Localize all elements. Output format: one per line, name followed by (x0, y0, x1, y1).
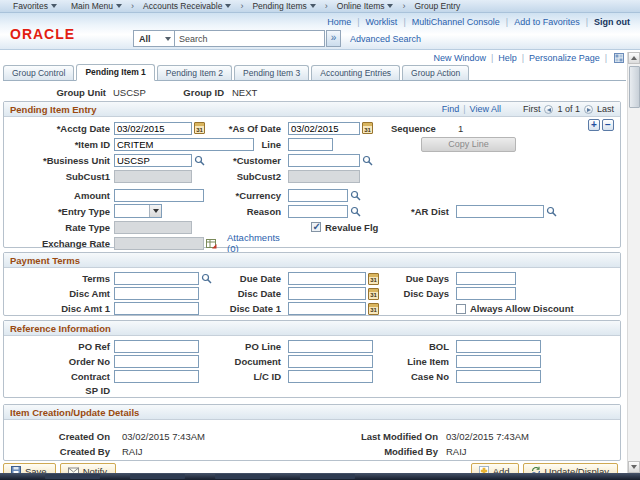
exchange-rate-detail-icon[interactable] (206, 238, 217, 249)
view-all-link[interactable]: View All (470, 104, 501, 114)
calendar-icon[interactable] (368, 288, 379, 300)
add-to-favorites-link[interactable]: Add to Favorites (514, 17, 580, 27)
attachments-link[interactable]: Attachments (0) (227, 232, 285, 254)
entry-type-select[interactable] (114, 204, 162, 218)
disc-amt-label: Disc Amt (4, 288, 114, 299)
lc-id-input[interactable] (288, 370, 373, 383)
pending-item-entry-header: Pending Item Entry Find | View All First… (4, 102, 620, 117)
tab-group-control[interactable]: Group Control (3, 65, 74, 80)
lookup-magnifier-icon[interactable] (546, 206, 557, 217)
disc-date-label: Disc Date (238, 288, 285, 299)
search-input[interactable] (175, 30, 325, 47)
disc-date1-input[interactable] (288, 302, 366, 315)
tab-pending-item-1[interactable]: Pending Item 1 (76, 64, 154, 81)
line-item-input[interactable] (456, 355, 541, 368)
delete-row-button[interactable]: − (602, 119, 614, 131)
copy-line-button[interactable]: Copy Line (421, 137, 516, 152)
calendar-icon[interactable] (368, 303, 379, 315)
breadcrumb-pending-items[interactable]: Pending Items (245, 1, 322, 11)
contract-input[interactable] (114, 370, 199, 383)
tab-pending-item-3[interactable]: Pending Item 3 (234, 65, 309, 80)
new-window-link[interactable]: New Window (433, 53, 486, 63)
order-no-label: Order No (4, 356, 114, 367)
disc-amt1-input[interactable] (114, 302, 199, 315)
case-no-label: Case No (411, 371, 453, 382)
revalue-flag-checkbox[interactable] (311, 222, 321, 232)
amount-input[interactable] (114, 189, 204, 202)
scroll-down-icon[interactable] (628, 461, 640, 473)
calendar-icon[interactable] (194, 122, 205, 134)
document-input[interactable] (288, 355, 373, 368)
tab-accounting-entries[interactable]: Accounting Entries (311, 65, 400, 80)
sign-out-link[interactable]: Sign out (594, 17, 630, 27)
advanced-search-link[interactable]: Advanced Search (350, 34, 421, 44)
group-id-value: NEXT (228, 87, 257, 98)
reason-input[interactable] (288, 205, 348, 218)
as-of-date-input[interactable] (288, 122, 360, 135)
worklist-link[interactable]: Worklist (366, 17, 398, 27)
line-input[interactable] (288, 138, 333, 151)
po-line-input[interactable] (288, 340, 373, 353)
terms-input[interactable] (114, 272, 199, 285)
previous-row-icon[interactable] (544, 105, 553, 114)
personalize-page-link[interactable]: Personalize Page (529, 53, 600, 63)
breadcrumb-accounts-receivable[interactable]: Accounts Receivable (136, 1, 238, 11)
ar-dist-input[interactable] (456, 205, 544, 218)
breadcrumb-online-items[interactable]: Online Items (330, 1, 401, 11)
scroll-up-icon[interactable] (628, 52, 640, 64)
next-row-icon[interactable] (584, 105, 593, 114)
sequence-label: Sequence (391, 123, 436, 134)
multichannel-console-link[interactable]: MultiChannel Console (412, 17, 500, 27)
disc-days-input[interactable] (456, 287, 516, 300)
form-row: Disc Amt 1 Disc Date 1 Always Allow Disc… (4, 301, 620, 316)
subcust2-label: SubCust2 (237, 171, 285, 182)
disc-amt1-label: Disc Amt 1 (4, 303, 114, 314)
breadcrumb-separator-icon: › (400, 1, 407, 11)
search-go-button[interactable]: » (326, 30, 341, 47)
lookup-magnifier-icon[interactable] (350, 190, 361, 201)
calendar-icon[interactable] (362, 122, 373, 134)
breadcrumb-favorites[interactable]: Favorites (6, 1, 64, 11)
customer-label: *Customer (233, 155, 285, 166)
disc-date-input[interactable] (288, 287, 366, 300)
item-id-input[interactable] (114, 138, 254, 151)
lookup-magnifier-icon[interactable] (201, 273, 212, 284)
form-row: PO Ref PO Line BOL (4, 339, 620, 354)
tab-pending-item-2[interactable]: Pending Item 2 (157, 65, 232, 80)
calendar-icon[interactable] (368, 273, 379, 285)
customer-input[interactable] (288, 154, 360, 167)
always-allow-discount-checkbox[interactable] (456, 304, 466, 314)
due-days-input[interactable] (456, 272, 516, 285)
case-no-input[interactable] (456, 370, 541, 383)
lookup-magnifier-icon[interactable] (362, 155, 373, 166)
po-ref-input[interactable] (114, 340, 199, 353)
tab-group-action[interactable]: Group Action (402, 65, 469, 80)
due-date-input[interactable] (288, 272, 366, 285)
business-unit-input[interactable] (114, 154, 192, 167)
search-scope-dropdown[interactable]: All (133, 30, 175, 47)
chevron-down-icon (225, 4, 231, 8)
find-link[interactable]: Find (442, 104, 460, 114)
divider: | (463, 104, 465, 114)
last-label: Last (597, 104, 614, 114)
add-row-button[interactable]: + (588, 119, 600, 131)
vertical-scrollbar[interactable] (627, 52, 640, 473)
scrollbar-thumb[interactable] (629, 66, 640, 108)
lc-id-label: L/C ID (254, 371, 285, 382)
disc-date1-label: Disc Date 1 (230, 303, 285, 314)
breadcrumb-main-menu[interactable]: Main Menu (64, 1, 129, 11)
disc-amt-input[interactable] (114, 287, 199, 300)
revalue-flag-label: Revalue Flg (321, 222, 378, 233)
order-no-input[interactable] (114, 355, 199, 368)
home-link[interactable]: Home (327, 17, 351, 27)
form-row: Created By RAIJ Modified By RAIJ (4, 444, 620, 459)
breadcrumb-group-entry[interactable]: Group Entry (407, 1, 467, 11)
help-link[interactable]: Help (498, 53, 517, 63)
lookup-magnifier-icon[interactable] (194, 155, 205, 166)
lookup-magnifier-icon[interactable] (350, 206, 361, 217)
currency-input[interactable] (288, 189, 348, 202)
personalize-grid-icon[interactable] (614, 53, 624, 63)
row-position: 1 of 1 (557, 104, 580, 114)
acctg-date-input[interactable] (114, 122, 192, 135)
bol-input[interactable] (456, 340, 541, 353)
